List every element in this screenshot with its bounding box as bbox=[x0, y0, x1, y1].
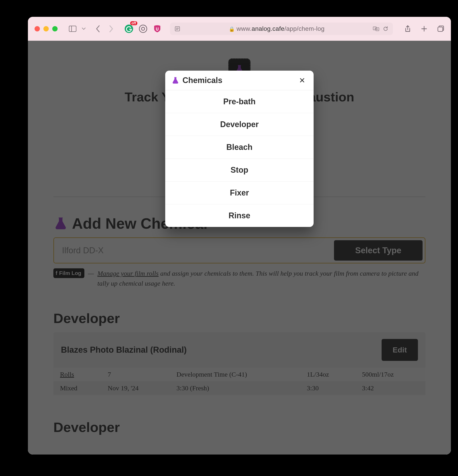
browser-window: off 🔒 www.analog.cafe/app/chem-log 文A bbox=[28, 17, 451, 455]
modal-option-bleach[interactable]: Bleach bbox=[165, 136, 314, 159]
svg-rect-15 bbox=[438, 27, 443, 31]
svg-point-3 bbox=[139, 25, 147, 33]
forward-icon[interactable] bbox=[109, 25, 114, 33]
reload-icon[interactable] bbox=[383, 26, 389, 32]
modal-option-fixer[interactable]: Fixer bbox=[165, 182, 314, 204]
share-icon[interactable] bbox=[404, 25, 411, 33]
new-tab-icon[interactable] bbox=[421, 26, 427, 32]
chemicals-modal: Chemicals ✕ Pre-bath Developer Bleach St… bbox=[165, 71, 314, 227]
svg-text:A: A bbox=[377, 28, 378, 31]
modal-header: Chemicals ✕ bbox=[165, 71, 314, 90]
grammarly-extension-icon[interactable]: off bbox=[124, 24, 133, 33]
reader-mode-icon[interactable] bbox=[174, 26, 180, 32]
sidebar-toggle-icon[interactable] bbox=[69, 25, 77, 33]
url-text: 🔒 www.analog.cafe/app/chem-log bbox=[229, 25, 325, 32]
flask-icon bbox=[172, 76, 179, 84]
minimize-window-icon[interactable] bbox=[43, 26, 49, 31]
url-bar[interactable]: 🔒 www.analog.cafe/app/chem-log 文A bbox=[170, 23, 393, 35]
modal-option-pre-bath[interactable]: Pre-bath bbox=[165, 90, 314, 113]
svg-text:文: 文 bbox=[374, 27, 376, 30]
back-icon[interactable] bbox=[95, 25, 100, 33]
maximize-window-icon[interactable] bbox=[52, 26, 58, 31]
ublock-extension-icon[interactable] bbox=[153, 24, 162, 33]
svg-rect-0 bbox=[69, 26, 76, 32]
modal-option-developer[interactable]: Developer bbox=[165, 113, 314, 136]
modal-option-stop[interactable]: Stop bbox=[165, 159, 314, 182]
browser-titlebar: off 🔒 www.analog.cafe/app/chem-log 文A bbox=[28, 17, 451, 41]
traffic-lights bbox=[35, 26, 58, 31]
close-icon[interactable]: ✕ bbox=[297, 75, 307, 86]
translate-icon[interactable]: 文A bbox=[373, 26, 380, 31]
svg-point-4 bbox=[141, 27, 145, 30]
page-content-wrapper: Track Yhidden between modalaustion Enjoh… bbox=[28, 41, 451, 455]
lock-icon: 🔒 bbox=[229, 26, 235, 32]
close-window-icon[interactable] bbox=[35, 26, 40, 31]
extension-circle-icon[interactable] bbox=[139, 24, 147, 33]
modal-title: Chemicals bbox=[182, 76, 297, 85]
grammarly-badge: off bbox=[130, 21, 137, 25]
modal-option-rinse[interactable]: Rinse bbox=[165, 204, 314, 227]
chevron-down-icon[interactable] bbox=[80, 25, 88, 33]
tabs-overview-icon[interactable] bbox=[437, 25, 444, 32]
